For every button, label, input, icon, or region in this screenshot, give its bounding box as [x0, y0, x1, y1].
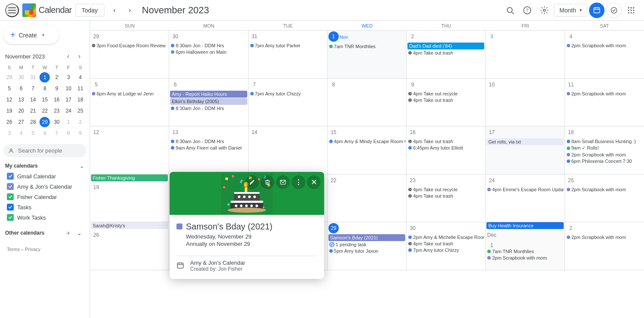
day-number[interactable]: 11: [566, 80, 576, 90]
day-nov16[interactable]: 16 4pm Take out trash 6:45pm Amy tutor E…: [407, 126, 486, 174]
day-number[interactable]: 30: [407, 223, 418, 233]
calendar-event[interactable]: 4pm Take out trash: [407, 138, 484, 144]
today-button[interactable]: Today: [75, 4, 104, 17]
calendar-event[interactable]: 8:30am Jon - DDM Hrs: [170, 43, 247, 49]
mini-cal-next[interactable]: ›: [74, 51, 85, 61]
mini-cal-day[interactable]: 9: [75, 128, 85, 138]
mini-cal-prev[interactable]: ‹: [63, 51, 73, 61]
settings-button[interactable]: [537, 3, 552, 18]
mini-cal-day[interactable]: 20: [16, 106, 26, 116]
day-number[interactable]: 19: [91, 182, 101, 193]
day-number[interactable]: 15: [328, 127, 339, 138]
day-number[interactable]: 2: [407, 31, 418, 42]
mini-cal-day[interactable]: 15: [39, 95, 50, 105]
day-number[interactable]: 6: [170, 80, 180, 90]
calendar-event[interactable]: 7am TNR Monthlies: [486, 248, 563, 254]
day-nov23[interactable]: 23 4pm Take out recycle 4pm Take out tra…: [407, 174, 486, 222]
mini-cal-day[interactable]: 3: [4, 128, 15, 138]
day-number[interactable]: 18: [566, 127, 576, 138]
other-calendars-collapse-icon[interactable]: ⌄: [74, 228, 85, 238]
calendar-item-tasks[interactable]: Tasks: [3, 202, 86, 212]
calendar-event[interactable]: 4pm Amy & Mindy Escape Room Cha: [328, 138, 405, 144]
day-number[interactable]: 12: [91, 127, 101, 138]
mini-cal-day[interactable]: 7: [28, 83, 38, 94]
day-number[interactable]: 26: [91, 230, 101, 240]
day-number[interactable]: 8: [328, 80, 339, 90]
buy-health-insurance-event[interactable]: Buy Health Insurance: [486, 222, 563, 229]
calendar-event[interactable]: 7am TNR Monthlies: [328, 43, 405, 49]
calendar-event[interactable]: 4pm Take out trash: [407, 241, 484, 247]
mini-cal-day[interactable]: 14: [28, 95, 38, 105]
day-number[interactable]: 3: [486, 31, 497, 42]
today-number[interactable]: 1: [328, 31, 339, 42]
tasks-calendar-checkbox[interactable]: [7, 204, 14, 211]
calendar-event[interactable]: 8:30am Jon - DDM Hrs: [170, 138, 247, 144]
app-logo[interactable]: Calendar: [22, 3, 72, 17]
mini-cal-day[interactable]: 18: [75, 95, 85, 105]
mini-cal-day[interactable]: 30: [16, 72, 26, 83]
calendar-event[interactable]: 8:30am Jon - DDM Hrs: [170, 105, 247, 111]
terms-link[interactable]: Terms: [7, 247, 20, 252]
day-nov24[interactable]: 24 4pm Emme's Escape Room Update: [486, 174, 565, 222]
mini-cal-day-selected[interactable]: 29: [39, 117, 50, 127]
day-nov6[interactable]: 6 Amy - Report Haiku Hours Elkin's Birth…: [169, 79, 248, 126]
day-oct31[interactable]: 31 7pm Amy tutor Parker: [249, 31, 328, 78]
mini-cal-day[interactable]: 29: [4, 72, 15, 83]
day-number[interactable]: 29: [91, 31, 101, 42]
calendar-event[interactable]: 4pm Take out recycle: [407, 187, 484, 193]
day-number[interactable]: 24: [486, 175, 497, 186]
calendar-event-span[interactable]: Dad's Dad died ('84): [407, 43, 484, 49]
day-number[interactable]: 7: [249, 80, 260, 90]
mini-cal-day[interactable]: 1: [64, 117, 74, 127]
calendar-event[interactable]: 7pm Amy tutor Chizzy: [249, 91, 326, 97]
mini-cal-day[interactable]: 17: [64, 95, 74, 105]
next-month-button[interactable]: ›: [123, 3, 137, 17]
day-nov26[interactable]: Sarah@Kristy's 26: [90, 222, 169, 270]
menu-icon[interactable]: [5, 3, 19, 17]
day-number[interactable]: 23: [407, 175, 418, 186]
calendar-event-span[interactable]: Get rolls, via txt: [486, 138, 563, 145]
mini-cal-day[interactable]: 4: [75, 72, 85, 83]
calendar-event-sarah[interactable]: Sarah@Kristy's: [91, 222, 168, 229]
calendar-event[interactable]: 6pm Amy at Lodge w/ Jenn: [91, 91, 168, 97]
calendar-event-full[interactable]: Amy - Report Haiku Hours: [170, 91, 247, 98]
calendar-event[interactable]: 8am Small Business Hunting :): [566, 138, 643, 144]
search-button[interactable]: [502, 3, 518, 18]
calendar-item-gmail[interactable]: Gmail Calendar: [3, 171, 86, 181]
mini-cal-day[interactable]: 19: [4, 106, 15, 116]
day-nov30[interactable]: 30 2pm Amy & Michelle Escape Room C 4pm …: [407, 222, 486, 270]
day-nov1[interactable]: 1 Nov 7am TNR Monthlies: [328, 31, 407, 78]
calendar-item-fisher[interactable]: Fisher Calendar: [3, 192, 86, 202]
today-circle[interactable]: 29: [328, 223, 339, 233]
mini-cal-day[interactable]: 6: [39, 128, 50, 138]
apps-icon[interactable]: [623, 3, 639, 18]
amy-jon-calendar-checkbox[interactable]: [7, 183, 14, 190]
day-number[interactable]: 10: [486, 80, 497, 90]
calendar-event[interactable]: 4pm Take out trash: [407, 193, 484, 199]
day-nov10[interactable]: 10: [486, 79, 565, 126]
calendar-event[interactable]: 3pm Food Escape Room Review: [91, 43, 168, 49]
search-people-button[interactable]: Search for people: [3, 144, 86, 157]
day-nov14[interactable]: 14: [249, 126, 328, 174]
edit-event-button[interactable]: [245, 175, 259, 189]
calendar-event[interactable]: 4pm Take out trash: [407, 50, 484, 56]
mini-cal-day[interactable]: 21: [28, 106, 38, 116]
mini-cal-day[interactable]: 31: [28, 72, 38, 83]
calendar-view-icon[interactable]: [589, 3, 605, 18]
calendar-event[interactable]: 4pm Take out trash: [407, 97, 484, 103]
day-oct30[interactable]: 30 8:30am Jon - DDM Hrs 6pm Halloween on…: [169, 31, 248, 78]
my-calendars-header[interactable]: My calendars ⌄: [3, 161, 86, 171]
mini-cal-day[interactable]: 5: [4, 83, 15, 94]
day-nov19[interactable]: Fisher Thanksgiving 19: [90, 174, 169, 222]
create-button[interactable]: + Create ▾: [3, 26, 59, 44]
mini-cal-day[interactable]: 11: [75, 83, 85, 94]
mini-cal-day[interactable]: 9: [52, 83, 62, 94]
mini-cal-day[interactable]: 2: [75, 117, 85, 127]
mini-cal-day[interactable]: 13: [16, 95, 26, 105]
day-nov11[interactable]: 11 2pm Scrapbook with mom: [565, 79, 644, 126]
day-nov3[interactable]: 3: [486, 31, 565, 78]
gmail-calendar-checkbox[interactable]: [7, 173, 14, 180]
day-nov29[interactable]: 29 Samson's Bday (2021) 1 pending task 5…: [328, 222, 407, 270]
day-nov4[interactable]: 4 2pm Scrapbook with mom: [565, 31, 644, 78]
mini-cal-day[interactable]: 24: [64, 106, 74, 116]
